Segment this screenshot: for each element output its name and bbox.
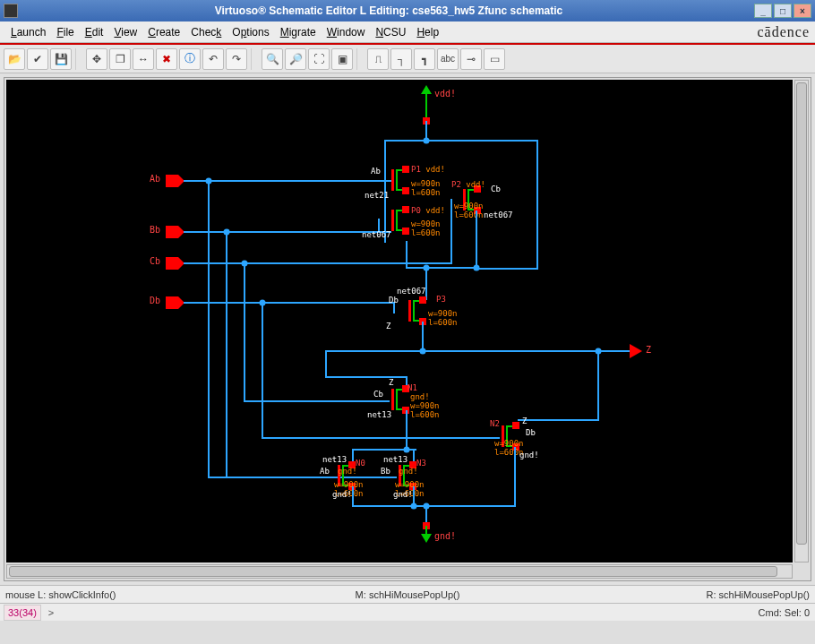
annot-n3-w: w=900n — [395, 480, 425, 489]
undo-icon[interactable]: ↶ — [202, 48, 224, 70]
vdd-symbol — [421, 85, 432, 94]
menu-help[interactable]: Help — [411, 24, 444, 40]
net-label: Ab — [371, 167, 381, 176]
annot-n1: N1 — [408, 383, 417, 392]
terminal — [512, 422, 519, 429]
pin-cb[interactable] — [166, 257, 178, 270]
net-label: Db — [526, 428, 536, 437]
menu-launch[interactable]: Launch — [5, 24, 51, 40]
solder-dot — [411, 503, 417, 510]
minimize-button[interactable]: _ — [754, 4, 772, 18]
annot-p1-l: l=600n — [411, 188, 441, 197]
pin-z-label: Z — [646, 345, 651, 355]
net-label: Cb — [373, 390, 383, 399]
scrollbar-thumb[interactable] — [9, 566, 777, 577]
toolbar-sep — [251, 48, 258, 70]
net-label: Ab — [320, 467, 330, 476]
probe-icon[interactable]: ⎍ — [367, 48, 389, 70]
zoom-sel-icon[interactable]: ▣ — [331, 48, 353, 70]
annot-p1-w: w=900n — [411, 179, 441, 188]
solder-dot — [404, 447, 410, 453]
net-label: net067 — [397, 287, 426, 296]
pin-z[interactable] — [630, 344, 642, 358]
net-label: Db — [389, 296, 399, 305]
scrollbar-thumb[interactable] — [796, 82, 807, 545]
horizontal-scrollbar[interactable] — [6, 564, 793, 579]
menu-ncsu[interactable]: NCSU — [370, 24, 411, 40]
gnd-symbol — [421, 534, 432, 543]
wire — [352, 486, 354, 506]
wire — [244, 263, 245, 401]
wire — [476, 268, 538, 270]
annot-n1-b: gnd! — [410, 392, 430, 401]
zoom-fit-icon[interactable]: ⛶ — [308, 48, 330, 70]
info-icon[interactable]: ⓘ — [179, 48, 201, 70]
redo-icon[interactable]: ↷ — [226, 48, 247, 70]
wire — [597, 350, 599, 420]
annot-p3: P3 — [436, 295, 446, 304]
status-bar-cmd: 33(34) > Cmd: Sel: 0 — [0, 603, 815, 621]
wire — [514, 447, 516, 507]
menu-create[interactable]: Create — [142, 24, 185, 40]
pin-db[interactable] — [166, 296, 178, 309]
annot-p2: P2 vdd! — [451, 180, 485, 189]
maximize-button[interactable]: □ — [774, 4, 792, 18]
annot-n2-w: w=900n — [494, 439, 524, 448]
move-icon[interactable]: ✥ — [86, 48, 107, 70]
menu-options[interactable]: Options — [227, 24, 274, 40]
annot-n0-b: gnd! — [338, 467, 357, 476]
wire — [518, 419, 599, 421]
zoom-out-icon[interactable]: 🔎 — [285, 48, 306, 70]
net-label: net13 — [367, 410, 391, 419]
command-prompt[interactable]: > — [45, 607, 753, 618]
pin-ab[interactable] — [166, 175, 178, 187]
close-button[interactable]: × — [794, 4, 811, 18]
net-label: Cb — [491, 185, 501, 193]
solder-dot — [420, 348, 426, 355]
sheet-icon[interactable]: ▭ — [484, 48, 505, 70]
wire — [384, 140, 538, 142]
label-icon[interactable]: abc — [437, 48, 459, 70]
menu-window[interactable]: Window — [322, 24, 371, 40]
schematic-canvas[interactable]: vdd! Ab Bb Cb Db — [6, 80, 793, 562]
toolbar-sep — [75, 48, 82, 70]
solder-dot — [596, 348, 602, 355]
pin-bb[interactable] — [166, 226, 178, 238]
menu-file[interactable]: File — [51, 24, 79, 40]
net-label: gnd! — [393, 490, 413, 499]
annot-p0-l: l=600n — [411, 228, 441, 237]
pin-icon[interactable]: ⊸ — [460, 48, 482, 70]
delete-icon[interactable]: ✖ — [156, 48, 177, 70]
save-icon[interactable]: 💾 — [50, 48, 72, 70]
vdd-label: vdd! — [434, 89, 456, 99]
net-label: net13 — [383, 455, 408, 464]
menubar: Launch File Edit View Create Check Optio… — [0, 21, 815, 43]
open-icon[interactable]: 📂 — [4, 48, 25, 70]
net-label: Bb — [381, 467, 390, 476]
menu-migrate[interactable]: Migrate — [275, 24, 322, 40]
wire-wide-icon[interactable]: ┓ — [414, 48, 435, 70]
wire — [184, 231, 391, 233]
menu-view[interactable]: View — [108, 24, 142, 40]
wire — [536, 140, 538, 268]
net-label: gnd! — [332, 490, 352, 499]
app-icon — [4, 4, 18, 18]
window-title: Virtuoso® Schematic Editor L Editing: cs… — [25, 4, 752, 17]
pin-bb-label: Bb — [150, 225, 160, 235]
wire-thin-icon[interactable]: ┐ — [390, 48, 412, 70]
copy-icon[interactable]: ❐ — [109, 48, 131, 70]
window-titlebar: Virtuoso® Schematic Editor L Editing: cs… — [0, 0, 815, 21]
pin-cb-label: Cb — [150, 256, 160, 266]
vertical-scrollbar[interactable] — [794, 80, 809, 562]
wire — [208, 181, 210, 477]
stretch-icon[interactable]: ↔ — [133, 48, 154, 70]
wire — [226, 477, 397, 478]
wire — [184, 180, 391, 182]
zoom-in-icon[interactable]: 🔍 — [262, 48, 283, 70]
terminal — [402, 206, 409, 213]
check-save-icon[interactable]: ✔ — [27, 48, 48, 70]
menu-edit[interactable]: Edit — [80, 24, 109, 40]
wire — [406, 241, 408, 268]
net-label: net067 — [484, 210, 513, 219]
menu-check[interactable]: Check — [185, 24, 227, 40]
